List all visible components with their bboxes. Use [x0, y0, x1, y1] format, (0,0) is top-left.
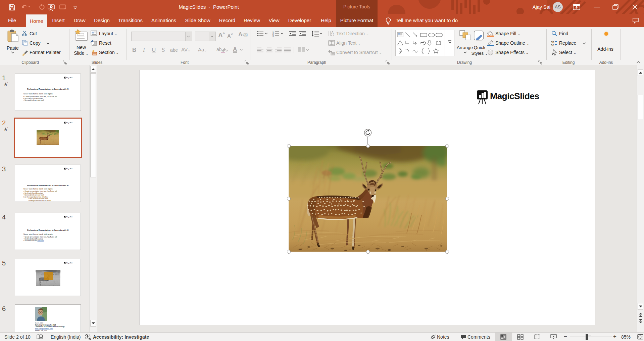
- svg-text:MagicSlides: MagicSlides: [66, 122, 72, 124]
- svg-text:MagicSlides: MagicSlides: [66, 216, 72, 218]
- svg-text:MagicSlides: MagicSlides: [66, 77, 72, 79]
- svg-text:ab: ab: [216, 47, 222, 52]
- svg-text:MagicSlides: MagicSlides: [66, 168, 72, 170]
- svg-text:MagicSlides: MagicSlides: [66, 262, 72, 264]
- svg-text:ac: ac: [551, 43, 554, 46]
- svg-text:3: 3: [273, 35, 274, 37]
- svg-text:MagicSlides: MagicSlides: [490, 91, 539, 101]
- svg-text:A: A: [331, 31, 334, 35]
